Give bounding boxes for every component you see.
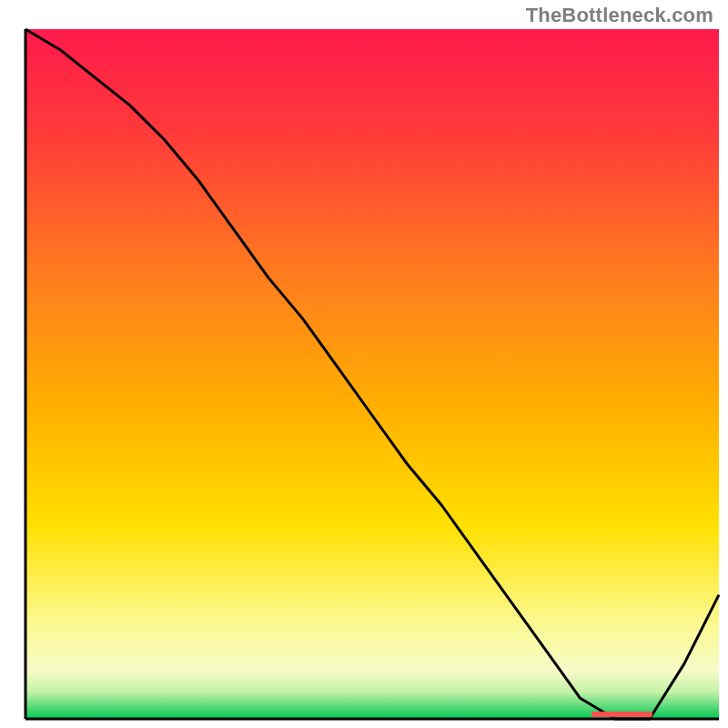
chart-container: TheBottleneck.com <box>0 0 728 728</box>
plot-background <box>25 29 719 719</box>
bottleneck-chart <box>0 0 728 728</box>
svg-point-13 <box>647 712 652 717</box>
